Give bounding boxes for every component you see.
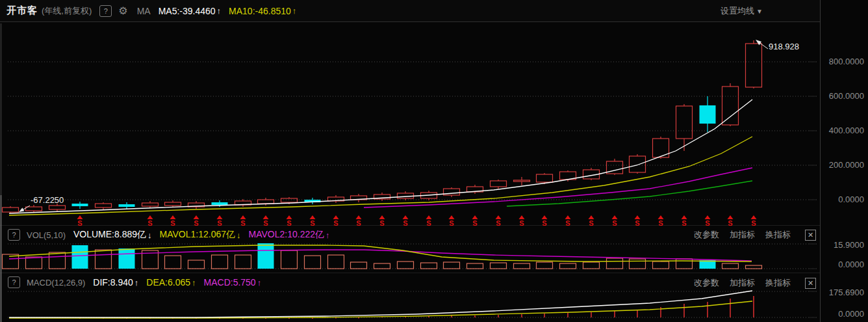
dividend-icon: S: [658, 219, 663, 227]
macd-up-arrow-icon: ↑: [257, 278, 262, 288]
volume-bar: [305, 256, 321, 269]
volume-bar: [630, 259, 646, 269]
stock-app-window: { "header": { "title": "开市客", "subtitle"…: [0, 0, 868, 322]
candle-body-down: [212, 202, 228, 205]
macd-panel-actions: 改参数 加指标 换指标 ✕: [694, 277, 816, 289]
candle-body-up: [165, 202, 181, 206]
dividend-icon: S: [705, 219, 709, 227]
ma10-up-arrow-icon: ↑: [292, 6, 297, 16]
volume-bar: [746, 265, 762, 269]
help-icon[interactable]: ?: [99, 5, 112, 17]
candle-body-up: [537, 174, 553, 182]
chart-header: 开市客 (年线,前复权) ? ⚙ MA MA5:-39.4460 ↑ MA10:…: [0, 0, 820, 22]
macd-help-icon[interactable]: ?: [8, 276, 20, 288]
volume-bar: [514, 263, 530, 269]
vol-help-icon[interactable]: ?: [8, 229, 20, 241]
price-axis-label: 0.0000: [816, 195, 864, 204]
ma5-value: MA5:-39.4460: [159, 6, 216, 16]
dividend-icon: S: [194, 219, 198, 227]
volume-bar: [722, 263, 739, 269]
candle-body-up: [630, 156, 646, 172]
volume-bar: [165, 256, 181, 269]
vol-indicator-name: VOL(5,10): [27, 230, 66, 240]
dividend-icon: S: [240, 219, 245, 227]
volume-bar: [653, 262, 669, 269]
dea-up-arrow-icon: ↑: [192, 278, 196, 288]
dif-value: DIF:8.940: [93, 277, 133, 288]
candle-body-down: [700, 105, 716, 124]
dividend-icon: S: [449, 219, 453, 227]
macd-panel-header: ? MACD(12,26,9) DIF:8.940 ↑ DEA:6.065 ↑ …: [0, 275, 261, 290]
macd-add-indicator-button[interactable]: 加指标: [730, 277, 755, 289]
ma5-up-arrow-icon: ↑: [217, 6, 222, 16]
volume-value: VOLUME:8.889亿: [73, 229, 146, 241]
candle-body-up: [26, 207, 42, 211]
volume-bar: [26, 257, 42, 269]
macd-close-icon[interactable]: ✕: [805, 278, 816, 289]
volume-bar: [467, 263, 483, 269]
candle-body-up: [142, 203, 159, 206]
stock-name: 开市客: [6, 5, 38, 17]
mavol1-down-arrow-icon: ↓: [236, 230, 241, 240]
candle-body-up: [514, 180, 530, 181]
volume-bar: [491, 263, 507, 269]
price-axis-label: 600.0000: [816, 91, 864, 101]
macd-axis-label: 0.0000: [816, 309, 864, 319]
dividend-icon: S: [728, 219, 732, 227]
volume-axis-label: 15.9000: [816, 240, 864, 250]
gear-icon[interactable]: ⚙: [118, 5, 127, 17]
volume-bar: [374, 263, 390, 269]
dividend-icon: S: [426, 219, 431, 227]
dividend-icon: S: [356, 219, 361, 227]
low-price-annotation: -67.2250: [31, 195, 64, 205]
volume-bar: [96, 250, 112, 269]
dividend-icon: S: [77, 219, 82, 227]
dividend-icon: S: [333, 219, 338, 227]
high-price-annotation: 918.928: [769, 42, 799, 51]
candle-body-up: [722, 87, 739, 125]
dividend-icon: S: [310, 219, 314, 227]
vol-add-indicator-button[interactable]: 加指标: [730, 229, 755, 241]
chart-canvas[interactable]: SSSSSSSSSSSSSSSSSSSSSSSSSSSS: [0, 0, 868, 322]
volume-bar: [421, 263, 437, 269]
candle-body-down: [72, 204, 88, 206]
volume-bar: [188, 260, 205, 269]
dividend-icon: S: [751, 219, 756, 227]
ma-settings-menu[interactable]: 设置均线▼: [721, 5, 763, 17]
candle-body-up: [491, 181, 507, 187]
dividend-icon: S: [403, 219, 407, 227]
mavol2-value: MAVOL2:10.222亿: [249, 229, 324, 241]
ma10-value: MA10:-46.8510: [229, 6, 291, 16]
volume-bar: [119, 248, 135, 269]
dividend-icon: S: [170, 219, 175, 227]
macd-edit-params-button[interactable]: 改参数: [694, 277, 719, 289]
dividend-icon: S: [147, 219, 152, 227]
dif-up-arrow-icon: ↑: [134, 278, 139, 288]
dividend-icon: S: [472, 219, 477, 227]
volume-bar: [281, 250, 298, 269]
low-annotation-arrow: [19, 208, 24, 212]
dividend-icon: S: [263, 219, 268, 227]
vol-close-icon[interactable]: ✕: [805, 230, 816, 241]
volume-bar: [72, 245, 88, 269]
volume-bar: [398, 262, 414, 269]
volume-bar: [583, 262, 600, 269]
vol-edit-params-button[interactable]: 改参数: [694, 229, 719, 241]
price-axis-label: 200.0000: [816, 160, 864, 170]
macd-axis-label: 175.6900: [816, 288, 864, 297]
volume-bar: [537, 262, 553, 269]
macd-switch-indicator-button[interactable]: 换指标: [765, 277, 791, 289]
mavol2-up-arrow-icon: ↑: [326, 230, 330, 240]
dea-value: DEA:6.065: [146, 277, 190, 288]
vol-switch-indicator-button[interactable]: 换指标: [765, 229, 791, 241]
ma10-line: [9, 137, 752, 215]
volume-bar: [258, 243, 274, 269]
volume-bar: [351, 262, 367, 269]
volume-bar: [560, 263, 576, 269]
candle-body-up: [96, 204, 112, 208]
dividend-icon: S: [379, 219, 384, 227]
volume-bar: [212, 255, 228, 269]
dividend-icon: S: [519, 219, 524, 227]
volume-bar: [676, 259, 693, 269]
vol-panel-actions: 改参数 加指标 换指标 ✕: [694, 229, 816, 241]
